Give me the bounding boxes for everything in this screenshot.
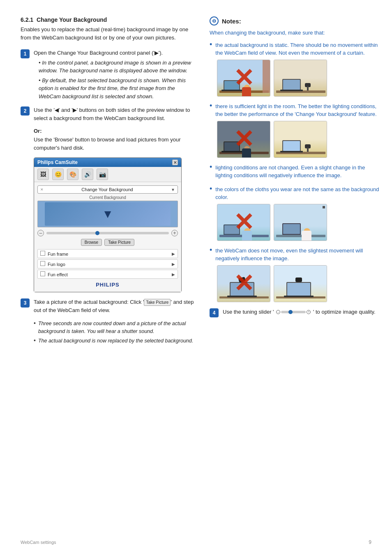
note-4-text: the colors of the cloths you wear are no…	[215, 185, 382, 201]
note-1-bullet: •	[210, 41, 212, 48]
menu-item-fun-frame[interactable]: Fun frame ▶	[37, 249, 178, 258]
note-1-bullet-row: • the actual background is static. There…	[210, 41, 382, 57]
fun-frame-arrow: ▶	[172, 252, 175, 256]
note-4-bad-x: ✕	[233, 210, 254, 235]
step-1-sub2: • By default, the last selected backgrou…	[39, 76, 197, 101]
camsuite-title: Philips CamSuite	[37, 160, 78, 165]
note-2-text: there is sufficient light in the room. T…	[215, 102, 382, 118]
note-item-3: • lighting conditions are not changed. E…	[210, 164, 382, 180]
camsuite-current-label: Current Background	[37, 195, 178, 200]
preview-plus[interactable]: +	[171, 230, 178, 236]
philips-brand: PHILIPS	[37, 280, 178, 289]
tsi-thumb	[288, 310, 293, 314]
step-3-bullet-1: • Three seconds are now counted down and…	[34, 320, 197, 335]
note-2-bad-x: ✕	[233, 127, 254, 152]
footer-right-text: 9	[369, 539, 371, 545]
take-picture-button[interactable]: Take Picture	[104, 239, 134, 246]
note-1-good-image	[274, 60, 327, 97]
step-3: 3 Take a picture of the actual backgroun…	[21, 298, 197, 314]
preview-arrow-down: ▼	[102, 208, 113, 221]
step-3-bullet-2: • The actual background is now replaced …	[34, 337, 197, 345]
note-2-images: ✕	[217, 121, 382, 158]
step-4-number: 4	[210, 308, 219, 317]
camsuite-btn-row: Browse Take Picture	[37, 239, 178, 246]
tool-icon-2[interactable]: 😊	[52, 169, 64, 180]
notes-intro: When changing the background, make sure …	[210, 29, 382, 37]
step-4-content: Use the tuning slider ' – + ' to optimiz…	[223, 308, 382, 316]
note-5-bad-x: ✕	[233, 271, 254, 296]
scene-office-bg1	[274, 60, 327, 96]
section-number: 6.2.1	[21, 16, 33, 23]
preview-minus[interactable]: –	[37, 230, 44, 236]
notes-header: ⊖ Notes:	[210, 16, 382, 25]
tsi-minus-icon: –	[276, 310, 280, 314]
step-3-bullet-2-text: The actual background is now replaced by…	[38, 337, 193, 345]
or-label: Or:	[34, 128, 197, 134]
step-1-content: Open the Change Your Background control …	[34, 49, 197, 100]
fun-frame-check[interactable]	[40, 251, 45, 256]
step-4-text-before: Use the tuning slider '	[223, 309, 274, 315]
note-2-bullet-row: • there is sufficient light in the room.…	[210, 102, 382, 118]
fun-logo-label: Fun logo	[48, 262, 65, 267]
note-5-bad-image: ✕	[217, 265, 270, 302]
note-4-good-image	[274, 204, 327, 241]
note-1-text: the actual background is static. There s…	[215, 41, 382, 57]
or-desc: Use the 'Browse' button to browse and lo…	[34, 136, 197, 152]
page-footer: WebCam settings 9	[21, 539, 371, 545]
camsuite-dropdown-arrow: ▼	[171, 187, 175, 192]
section-intro: Enables you to replace the actual (real-…	[21, 25, 197, 42]
step-1-text: Open the Change Your Background control …	[34, 50, 163, 56]
tool-icon-1[interactable]: 🖼	[37, 169, 49, 180]
left-column: 6.2.1 Change Your Background Enables you…	[21, 16, 210, 539]
note-4-bullet: •	[210, 185, 212, 192]
note-4-images: ✕	[217, 204, 382, 241]
camsuite-close-button[interactable]: ✕	[172, 160, 178, 165]
note-5-text: the WebCam does not move, even the sligh…	[215, 247, 382, 263]
fun-frame-label: Fun frame	[48, 252, 68, 257]
note-item-5: • the WebCam does not move, even the sli…	[210, 247, 382, 302]
note-1-bad-image: ✕	[217, 60, 270, 97]
note-2-good-image	[274, 121, 327, 158]
preview-slider[interactable]	[46, 232, 169, 234]
tool-icon-4[interactable]: 🔊	[82, 169, 93, 180]
note-3-bullet-row: • lighting conditions are not changed. E…	[210, 164, 382, 180]
camsuite-dropdown[interactable]: ✕ Change Your Background ▼	[37, 185, 178, 194]
camsuite-dropdown-label: Change Your Background	[81, 187, 133, 192]
fun-effect-arrow: ▶	[172, 272, 175, 277]
browse-button[interactable]: Browse	[81, 239, 102, 246]
tuning-slider: – +	[276, 310, 311, 314]
tool-icon-3[interactable]: 🎨	[67, 169, 78, 180]
preview-slider-thumb	[95, 231, 99, 235]
menu-item-fun-effect[interactable]: Fun effect ▶	[37, 270, 178, 279]
step-3-bullet-1-text: Three seconds are now counted down and a…	[38, 320, 197, 335]
fun-effect-check[interactable]	[40, 271, 45, 276]
step-2: 2 Use the '◀' and '▶' buttons on both si…	[21, 106, 197, 122]
note-5-good-image	[274, 265, 327, 302]
note-5-bullet-row: • the WebCam does not move, even the sli…	[210, 247, 382, 263]
menu-item-fun-logo[interactable]: Fun logo ▶	[37, 259, 178, 268]
camsuite-controls: – +	[37, 230, 178, 236]
note-item-4: • the colors of the cloths you wear are …	[210, 185, 382, 241]
fun-effect-label: Fun effect	[48, 272, 68, 277]
right-column: ⊖ Notes: When changing the background, m…	[210, 16, 382, 539]
take-picture-inline-btn: Take Picture	[144, 299, 171, 306]
tool-icon-5[interactable]: 📷	[97, 169, 108, 180]
note-1-bad-x: ✕	[233, 66, 254, 90]
note-4-bullet-row: • the colors of the cloths you wear are …	[210, 185, 382, 201]
note-5-images: ✕	[217, 265, 382, 302]
footer-left-text: WebCam settings	[21, 540, 56, 545]
notes-icon: ⊖	[210, 16, 219, 25]
step-1-number: 1	[21, 49, 30, 58]
step-2-number: 2	[21, 106, 30, 116]
step-3-bullets: • Three seconds are now counted down and…	[34, 320, 197, 345]
fun-logo-arrow: ▶	[172, 262, 175, 266]
note-2-bullet: •	[210, 102, 212, 109]
note-3-bullet: •	[210, 163, 212, 171]
fun-logo-check[interactable]	[40, 261, 45, 266]
note-2-bad-image: ✕	[217, 121, 270, 158]
camsuite-body: ✕ Change Your Background ▼ Current Backg…	[34, 182, 181, 292]
section-title: 6.2.1 Change Your Background	[21, 16, 197, 23]
note-4-bad-image: ✕	[217, 204, 270, 241]
step-1: 1 Open the Change Your Background contro…	[21, 49, 197, 100]
note-item-2: • there is sufficient light in the room.…	[210, 102, 382, 158]
